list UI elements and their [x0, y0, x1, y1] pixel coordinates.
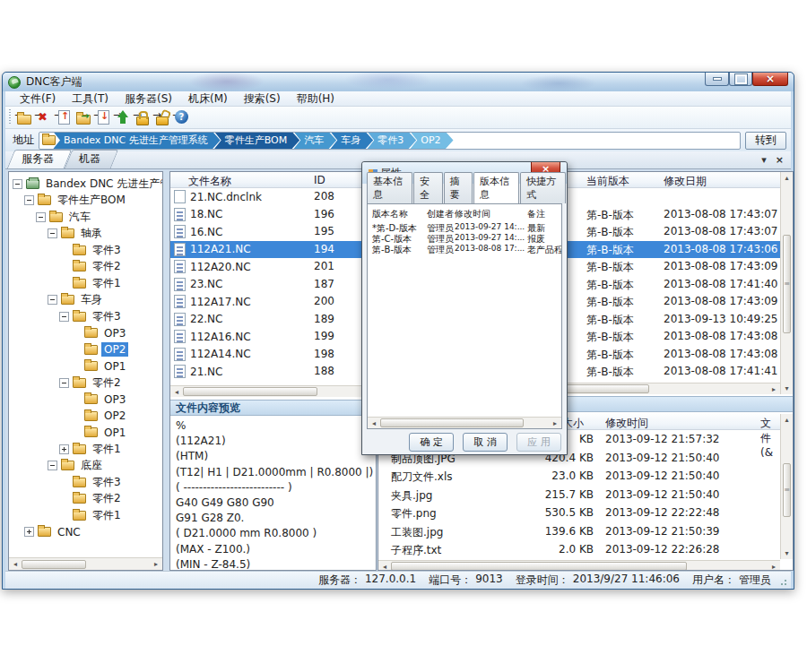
title-bar[interactable]: DNC客户端 ×	[3, 73, 794, 91]
close-button[interactable]: ×	[752, 73, 788, 86]
file-row[interactable]: 21.NC.dnclnk 208	[170, 188, 376, 206]
related-vertical-scrollbar[interactable]: ▴ ▾	[780, 414, 793, 559]
scroll-thumb[interactable]	[22, 560, 86, 569]
breadcrumb-item[interactable]: OP2	[410, 132, 453, 150]
related-file-row[interactable]: 工装图.jpg 139.6 KB 2013-09-12 21:50:39	[378, 522, 780, 541]
tree-node[interactable]: 零件生产BOM	[9, 193, 162, 210]
menu-item[interactable]: 机床(M)	[181, 90, 235, 108]
cancel-button[interactable]: 取 消	[463, 433, 508, 452]
scroll-right-icon[interactable]: ▸	[150, 560, 162, 568]
tab-machine[interactable]: 机器	[68, 150, 115, 168]
minimize-button[interactable]	[705, 73, 729, 86]
menu-item[interactable]: 帮助(H)	[290, 90, 342, 108]
file-row[interactable]: 112A20.NC 201	[170, 258, 376, 276]
file-row[interactable]: 21.NC 188	[170, 363, 376, 381]
scroll-thumb[interactable]	[380, 418, 524, 427]
toolbar-icon[interactable]: →	[113, 108, 133, 126]
tree-node[interactable]: 零件1	[9, 441, 162, 458]
tree-node[interactable]: 底座	[9, 458, 162, 475]
tree-node[interactable]: 零件1	[9, 275, 162, 292]
menu-item[interactable]: 工具(T)	[65, 90, 116, 108]
breadcrumb-item[interactable]: 车身	[330, 132, 373, 150]
version-table-row[interactable]: 第-B-版本 管理员 2013-08-08 17:... 老产品程序	[368, 244, 561, 254]
address-input[interactable]: Bandex DNC 先进生产管理系统零件生产BOM汽车车身零件3OP2	[39, 132, 741, 150]
tree-node[interactable]: OP3	[9, 392, 162, 409]
expander-icon[interactable]	[36, 212, 46, 222]
dialog-tab[interactable]: 安全	[413, 172, 443, 203]
tree-node[interactable]: Bandex DNC 先进生产管理系	[9, 176, 162, 193]
tree-node[interactable]: OP3	[9, 325, 162, 342]
toolbar-icon[interactable]: →	[152, 108, 172, 126]
file-row[interactable]: 22.NC 189	[170, 311, 376, 329]
column-creator[interactable]: 创建者	[427, 208, 454, 220]
scroll-right-icon[interactable]: ▸	[768, 563, 780, 571]
file-list-header[interactable]: 文件名称 ID	[170, 172, 376, 188]
expander-icon[interactable]	[59, 444, 69, 454]
tree-node[interactable]: OP2	[9, 408, 162, 425]
related-file-row[interactable]: 子程序.txt 2.0 KB 2013-09-12 22:26:28	[378, 540, 780, 559]
scroll-thumb[interactable]	[183, 387, 317, 396]
close-pane-icon[interactable]: ×	[776, 154, 784, 166]
file-row[interactable]: 112A21.NC 194	[170, 241, 376, 259]
expander-icon[interactable]	[24, 527, 34, 537]
file-row[interactable]: 23.NC 187	[170, 276, 376, 294]
expander-icon[interactable]	[59, 312, 69, 322]
panel-splitter[interactable]	[163, 171, 169, 571]
maximize-button[interactable]	[729, 73, 752, 86]
column-modify-time[interactable]: 修改时间	[455, 208, 490, 220]
dialog-tab[interactable]: 版本信息	[473, 172, 519, 204]
column-modify-time[interactable]: 修改时间	[605, 416, 648, 431]
toolbar-icon[interactable]: →	[14, 108, 34, 126]
tree-node[interactable]: 车身	[9, 292, 162, 309]
apply-button[interactable]: 应 用	[516, 433, 561, 452]
scroll-up-icon[interactable]: ▴	[781, 414, 793, 426]
related-file-row[interactable]: 零件.png 530.5 KB 2013-09-12 22:22:48	[378, 504, 780, 522]
file-row[interactable]: 18.NC 196	[170, 206, 376, 224]
tree-horizontal-scrollbar[interactable]: ◂ ▸	[9, 557, 162, 570]
column-id[interactable]: ID	[314, 174, 325, 186]
scroll-left-icon[interactable]: ◂	[368, 419, 380, 427]
tree-node[interactable]: 零件2	[9, 491, 162, 508]
breadcrumb-item[interactable]: Bandex DNC 先进生产管理系统	[53, 132, 221, 150]
breadcrumb-item[interactable]: 汽车	[293, 132, 336, 150]
column-current-version[interactable]: 当前版本	[586, 174, 629, 189]
tree-node[interactable]: OP2	[9, 341, 162, 358]
tab-server[interactable]: 服务器	[11, 150, 68, 168]
resize-grip[interactable]	[778, 577, 787, 586]
version-table-row[interactable]: *第-D-版本 管理员 2013-09-27 14:... 最新	[368, 222, 561, 233]
column-file-name[interactable]: 文件名称	[188, 174, 231, 189]
breadcrumb-item[interactable]: 零件生产BOM	[214, 132, 300, 150]
file-row[interactable]: 112A14.NC 198	[170, 346, 376, 364]
scroll-left-icon[interactable]: ◂	[170, 388, 183, 396]
tree-node[interactable]: OP1	[9, 425, 162, 442]
expander-icon[interactable]	[59, 378, 69, 388]
menu-item[interactable]: 文件(F)	[13, 90, 63, 108]
column-note[interactable]: 备注	[527, 208, 545, 220]
tree-node[interactable]: 零件2	[9, 259, 162, 276]
toolbar-icon[interactable]: →	[93, 108, 113, 126]
tree-node[interactable]: OP1	[9, 358, 162, 375]
scroll-thumb[interactable]	[391, 562, 687, 571]
version-vertical-scrollbar[interactable]: ▴ ▾	[780, 172, 793, 394]
tree-node[interactable]: 零件3	[9, 474, 162, 491]
tree-node[interactable]: 轴承	[9, 226, 162, 243]
toolbar-icon[interactable]: →	[34, 108, 54, 126]
file-row[interactable]: 16.NC 195	[170, 223, 376, 241]
ok-button[interactable]: 确 定	[409, 433, 454, 452]
related-file-row[interactable]: 夹具.jpg 215.7 KB 2013-09-12 21:50:40	[378, 486, 780, 504]
tree-node[interactable]: 零件1	[9, 507, 162, 524]
scroll-right-icon[interactable]: ▸	[768, 385, 780, 393]
expander-icon[interactable]	[13, 179, 22, 189]
tree-node[interactable]: CNC	[9, 524, 162, 541]
related-horizontal-scrollbar[interactable]: ◂ ▸	[378, 560, 780, 571]
scroll-thumb[interactable]	[783, 235, 791, 333]
tree-node[interactable]: 汽车	[9, 209, 162, 226]
file-row[interactable]: 112A16.NC 199	[170, 328, 376, 346]
breadcrumb-item[interactable]: 零件3	[367, 132, 416, 150]
tree-node[interactable]: 零件3	[9, 308, 162, 325]
chevron-down-icon[interactable]: ▾	[761, 154, 767, 166]
expander-icon[interactable]	[48, 228, 57, 238]
toolbar-grip[interactable]	[9, 109, 11, 125]
toolbar-icon[interactable]: →	[172, 108, 192, 126]
expander-icon[interactable]	[24, 195, 34, 205]
